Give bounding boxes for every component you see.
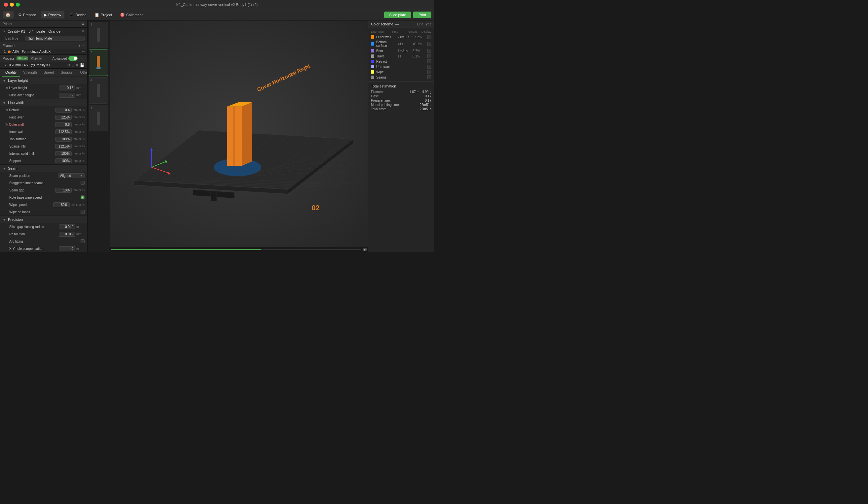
tab-quality[interactable]: Quality [2, 69, 20, 76]
project-button[interactable]: 📋 Project [91, 11, 115, 19]
viewport[interactable]: Cover Horizontal Right 02 ▶ [110, 20, 368, 252]
default-lw-label: Default [9, 108, 55, 112]
device-button[interactable]: 📱 Device [66, 11, 90, 19]
minimize-button[interactable] [10, 3, 14, 7]
default-lw-reset-icon[interactable]: ↻ [5, 108, 8, 112]
advanced-toggle-switch[interactable] [68, 56, 78, 61]
lt-time-brim: 1m31s [398, 49, 413, 53]
support-lw-input[interactable] [55, 158, 72, 164]
tab-others[interactable]: Others [76, 69, 87, 76]
process-more-icon[interactable]: ⋯ [81, 56, 84, 61]
preset-delete-icon[interactable]: ✕ [76, 63, 79, 67]
lt-display-travel[interactable] [427, 54, 431, 58]
svg-rect-0 [97, 28, 100, 42]
seam-position-dropdown[interactable]: Aligned ▼ [58, 173, 84, 178]
calibration-button[interactable]: 🎯 Calibration [116, 11, 147, 19]
printer-settings-icon[interactable]: ⚙ [81, 22, 84, 26]
arc-fitting-checkbox[interactable] [81, 239, 84, 243]
layer-height-chevron-icon: ▼ [3, 79, 6, 83]
close-button[interactable] [4, 3, 8, 7]
wipe-speed-input[interactable] [53, 202, 70, 207]
settings-scroll[interactable]: ▼ Layer height ↻ Layer height mm First l… [0, 77, 87, 252]
line-type-toggle[interactable]: Line Type [417, 22, 431, 26]
tab-strength[interactable]: Strength [20, 69, 40, 76]
inner-wall-input[interactable] [55, 129, 72, 134]
inner-wall-label: Inner wall [5, 130, 55, 134]
role-base-checkbox[interactable]: ✓ [81, 196, 84, 199]
color-scheme-header: Color scheme — Line Type [368, 20, 434, 28]
process-preset-row[interactable]: ▼ 0.20mm FAST @Creality K1 ↻ ⊞ ✕ 💾 [0, 62, 87, 68]
right-panel: Color scheme — Line Type Line Type Time … [368, 20, 434, 252]
lt-display-retract[interactable] [427, 60, 431, 63]
lt-display-outer-wall[interactable] [427, 35, 431, 39]
first-layer-input[interactable] [59, 93, 75, 98]
preset-refresh-icon[interactable]: ↻ [67, 63, 70, 67]
first-layer-lw-input[interactable] [55, 115, 72, 120]
print-button[interactable]: Print [413, 12, 431, 18]
staggered-checkbox[interactable] [81, 181, 84, 185]
tab-support[interactable]: Support [58, 69, 77, 76]
bed-type-value[interactable]: High Temp Plate [25, 36, 84, 41]
maximize-button[interactable] [16, 3, 20, 7]
seam-gap-input[interactable] [55, 188, 72, 193]
lt-display-brim[interactable] [427, 49, 431, 53]
printer-row[interactable]: ▼ Creality K1 - 0.4 nozzle - Orange ✏ [0, 28, 87, 35]
resolution-input[interactable] [59, 232, 75, 237]
lt-display-seams[interactable] [427, 75, 431, 79]
seam-gap-row: Seam gap mm or % [0, 187, 87, 194]
thumbnail-3[interactable]: 3 [89, 77, 108, 104]
tab-speed[interactable]: Speed [40, 69, 58, 76]
viewport-scrollbar[interactable]: ▶ [110, 247, 368, 252]
filament-item[interactable]: 1 ASA - Formfutuza ApolloX ✏ [0, 49, 87, 54]
layer-height-input[interactable] [59, 85, 75, 91]
layer-height-header[interactable]: ▼ Layer height [0, 77, 87, 84]
thumbnail-2[interactable]: 2 [89, 50, 108, 76]
global-badge[interactable]: Global [17, 56, 28, 60]
svg-rect-3 [97, 84, 100, 97]
lt-display-unretract[interactable] [427, 65, 431, 69]
seam-header[interactable]: ▼ Seam [0, 165, 87, 172]
layer-height-reset-icon[interactable]: ↻ [5, 86, 8, 90]
cover-label-text: Cover Horizontal Right [256, 63, 311, 92]
home-button[interactable]: 🏠 [3, 11, 13, 19]
calibration-label: Calibration [126, 13, 144, 17]
advanced-toggle: Advanced [52, 56, 78, 61]
objects-badge[interactable]: Objects [30, 56, 43, 60]
preset-chevron-icon: ▼ [4, 64, 7, 67]
top-surface-input[interactable] [55, 137, 72, 141]
precision-header[interactable]: ▼ Precision [0, 216, 87, 223]
prepare-button[interactable]: ⚙ Prepare [15, 11, 39, 19]
process-label: Process [3, 57, 14, 60]
thumbnail-4[interactable]: 4 [89, 105, 108, 132]
slice-button[interactable]: Slice plate [384, 12, 412, 18]
lt-display-wipe[interactable] [427, 70, 431, 74]
titlebar-buttons [4, 3, 20, 7]
preview-button[interactable]: ▶ Preview [41, 11, 64, 19]
filament-add-icon[interactable]: + [78, 44, 80, 48]
bed-type-label: Bed type [5, 36, 23, 40]
internal-solid-input[interactable] [55, 151, 72, 156]
lt-row-brim: Brim 1m31s 6.7% [368, 48, 434, 53]
wipe-loops-checkbox[interactable] [81, 210, 84, 214]
lt-display-bottom-surface[interactable] [427, 42, 431, 46]
lt-name-unretract: Unretract [376, 65, 398, 69]
outer-wall-input[interactable] [55, 122, 72, 127]
preset-compare-icon[interactable]: ⊞ [71, 63, 74, 67]
filament-remove-icon[interactable]: − [83, 44, 84, 48]
calibration-icon: 🎯 [120, 12, 125, 17]
line-width-header[interactable]: ▼ Line width [0, 99, 87, 106]
outer-wall-reset-icon[interactable]: ↻ [5, 123, 8, 126]
lt-row-retract: Retract [368, 59, 434, 64]
thumb-svg-3 [93, 82, 103, 99]
preset-icons: ↻ ⊞ ✕ 💾 [67, 63, 84, 67]
thumbnail-1[interactable]: 1 [89, 22, 108, 48]
filament-edit-icon[interactable]: ✏ [82, 50, 84, 53]
printer-edit-icon[interactable]: ✏ [82, 29, 84, 33]
thumbnail-panel: 1 2 3 4 [87, 20, 110, 252]
slice-gap-input[interactable] [59, 224, 75, 229]
default-lw-input[interactable] [55, 108, 72, 113]
scroll-end-btn[interactable]: ▶ [363, 248, 367, 251]
xy-hole-input[interactable] [59, 246, 75, 251]
preset-save-icon[interactable]: 💾 [80, 63, 84, 67]
sparse-infill-input[interactable] [55, 144, 72, 149]
